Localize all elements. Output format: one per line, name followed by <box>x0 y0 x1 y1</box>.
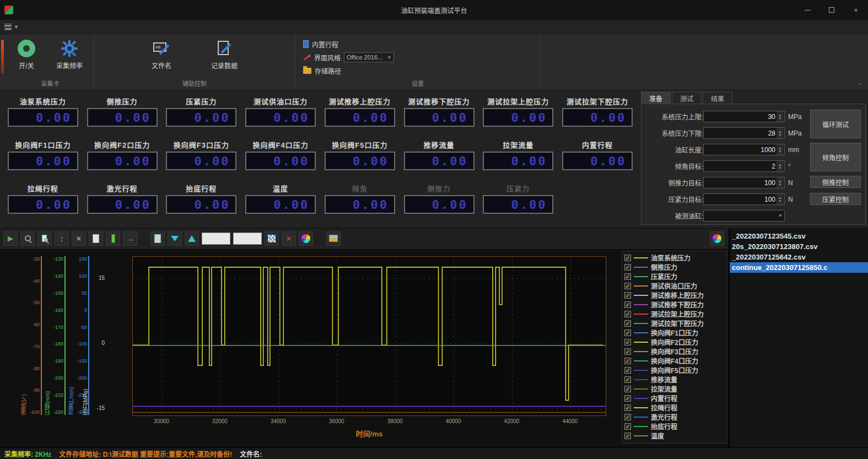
field-input[interactable]: 28▲▼ <box>703 127 785 139</box>
x-tick-label: 44000 <box>562 418 578 424</box>
sample-rate-button[interactable]: 采集频率 <box>53 37 86 72</box>
record-data-button[interactable]: 记录数据 <box>208 37 241 72</box>
tab-测试[interactable]: 测试 <box>672 91 702 104</box>
spinner-arrows[interactable]: ▲▼ <box>777 144 784 155</box>
palette-icon[interactable] <box>710 231 724 246</box>
legend-checkbox[interactable]: ✓ <box>624 376 631 383</box>
quick-access-icon[interactable] <box>4 23 12 30</box>
document-icon[interactable] <box>89 231 103 246</box>
ui-style-option[interactable]: 界面风格 Office 2016... ▼ <box>303 52 394 63</box>
chart-region: 温度(℃)-30-40-50-60-70-80-90-100行程(mm)-130… <box>0 249 729 447</box>
ui-style-select[interactable]: Office 2016... ▼ <box>344 52 394 62</box>
field-input[interactable]: 30▲▼ <box>703 111 785 122</box>
display-value: 0.00 <box>353 154 389 168</box>
legend-checkbox[interactable]: ✓ <box>624 404 631 411</box>
blank-box[interactable] <box>202 233 230 245</box>
display-label: 压紧压力 <box>186 96 217 108</box>
legend-checkbox[interactable]: ✓ <box>624 330 631 336</box>
legend-label: 拉绳行程 <box>651 403 677 412</box>
file-item[interactable]: _20220307123545.csv <box>730 231 868 241</box>
tab-准备[interactable]: 准备 <box>641 91 671 104</box>
legend-checkbox[interactable]: ✓ <box>624 414 631 420</box>
legend-checkbox[interactable]: ✓ <box>624 367 631 374</box>
legend-item: ✓换向阀F5口压力 <box>624 365 727 375</box>
spinner-arrows[interactable]: ▲▼ <box>777 177 784 188</box>
legend-checkbox[interactable]: ✓ <box>624 433 631 439</box>
filename-button[interactable]: AB 文件名 <box>148 37 175 72</box>
legend-checkbox[interactable]: ✓ <box>624 301 631 308</box>
power-toggle-button[interactable]: 开/关 <box>14 37 39 72</box>
cone-icon[interactable] <box>185 231 199 246</box>
power-icon <box>18 40 35 57</box>
close-red-icon[interactable]: × <box>282 231 296 246</box>
funnel-icon[interactable] <box>168 231 182 246</box>
legend-checkbox[interactable]: ✓ <box>624 395 631 402</box>
field-value: 2 <box>772 163 775 170</box>
legend-label: 侧推压力 <box>651 262 677 272</box>
seven-segment-display: 0.00 <box>245 152 316 170</box>
minimize-button[interactable] <box>795 0 820 20</box>
play-icon[interactable]: ▶ <box>3 231 18 246</box>
legend-checkbox[interactable]: ✓ <box>624 423 631 430</box>
field-input[interactable]: 1000▲▼ <box>703 144 785 155</box>
legend-checkbox[interactable]: ✓ <box>624 255 631 261</box>
zoom-icon[interactable] <box>20 231 35 246</box>
display-cell: 推移流量0.00 <box>400 135 479 179</box>
legend-checkbox[interactable]: ✓ <box>624 264 631 271</box>
spinner-arrows[interactable]: ▲▼ <box>777 161 784 171</box>
button-循环测试[interactable]: 循环测试 <box>810 110 861 138</box>
legend-item: ✓压紧压力 <box>624 272 727 281</box>
file-item[interactable]: continue_20220307125850.c <box>730 262 868 273</box>
legend-checkbox[interactable]: ✓ <box>624 386 631 392</box>
blank-box[interactable] <box>233 233 262 245</box>
spinner-arrows[interactable]: ▲▼ <box>777 111 784 122</box>
selected-style: Office 2016... <box>347 54 382 61</box>
color-wheel-icon[interactable] <box>299 231 313 246</box>
legend-checkbox[interactable]: ✓ <box>624 320 631 327</box>
file-item[interactable]: 20s_20220307123807.csv <box>730 241 868 252</box>
image-icon[interactable] <box>326 231 341 246</box>
plot-area[interactable] <box>132 256 606 416</box>
legend-checkbox[interactable]: ✓ <box>624 348 631 355</box>
seven-segment-display: 0.00 <box>8 195 78 214</box>
arrow-right-icon[interactable]: → <box>123 231 137 246</box>
green-bar-icon[interactable] <box>106 231 120 246</box>
display-label: 测试供油口压力 <box>254 96 308 108</box>
ribbon-collapse-chevron[interactable]: ⌃ <box>858 83 862 89</box>
legend-checkbox[interactable]: ✓ <box>624 273 631 280</box>
cylinder-select[interactable]: ▼ <box>703 210 785 222</box>
legend-checkbox[interactable]: ✓ <box>624 358 631 364</box>
seven-segment-display: 0.00 <box>87 195 158 214</box>
checker-icon[interactable] <box>265 231 279 246</box>
field-input[interactable]: 2▲▼ <box>703 160 785 172</box>
tab-结果[interactable]: 结果 <box>703 91 732 104</box>
field-input[interactable]: 100▲▼ <box>703 193 785 205</box>
display-label: 换向阀F2口压力 <box>94 139 150 152</box>
button-压紧控制[interactable]: 压紧控制 <box>810 193 861 205</box>
legend-checkbox[interactable]: ✓ <box>624 283 631 289</box>
option-label: 存储路径 <box>315 66 341 75</box>
field-value: 28 <box>768 129 775 137</box>
report-icon[interactable] <box>150 231 165 246</box>
cut-icon[interactable]: × <box>72 231 86 246</box>
zoom-doc-icon[interactable] <box>37 231 52 246</box>
maximize-button[interactable] <box>820 0 844 20</box>
spinner-arrows[interactable]: ▲▼ <box>777 128 784 138</box>
storage-path-option[interactable]: 存储路径 <box>303 65 394 76</box>
legend-checkbox[interactable]: ✓ <box>624 311 631 317</box>
fit-vertical-icon[interactable]: ↕ <box>55 231 69 246</box>
legend-checkbox[interactable]: ✓ <box>624 339 631 345</box>
display-value: 0.00 <box>590 154 626 168</box>
display-cell: 换向阀F1口压力0.00 <box>3 135 83 179</box>
legend-checkbox[interactable]: ✓ <box>624 292 631 299</box>
spinner-arrows[interactable]: ▲▼ <box>777 194 784 204</box>
file-item[interactable]: _20220307125642.csv <box>730 252 868 262</box>
button-侧推控制[interactable]: 侧推控制 <box>810 176 861 188</box>
button-倾角控制[interactable]: 倾角控制 <box>810 143 861 171</box>
close-button[interactable]: × <box>844 0 868 20</box>
seven-segment-display: 0.00 <box>166 108 236 127</box>
field-input[interactable]: 100▲▼ <box>703 177 785 188</box>
chevron-down-icon[interactable]: ▼ <box>14 24 19 30</box>
button-label: 文件名 <box>152 61 171 70</box>
builtin-stroke-option[interactable]: 内置行程 <box>303 39 394 50</box>
